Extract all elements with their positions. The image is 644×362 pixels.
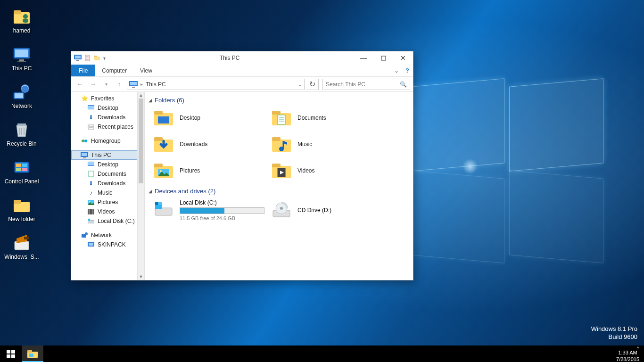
folder-downloads[interactable]: Downloads <box>151 134 269 155</box>
svg-rect-71 <box>277 168 278 177</box>
folder-videos-icon <box>271 161 292 180</box>
collapse-triangle-icon: ◢ <box>149 98 152 103</box>
nav-pc-desktop[interactable]: Desktop <box>71 160 144 169</box>
svg-rect-86 <box>29 354 33 357</box>
star-icon: ⭐ <box>81 95 88 102</box>
taskbar-explorer-button[interactable] <box>22 346 43 362</box>
nav-pc-pictures[interactable]: Pictures <box>71 197 144 207</box>
nav-network[interactable]: Network <box>71 230 144 240</box>
nav-fav-desktop[interactable]: Desktop <box>71 103 144 113</box>
svg-rect-26 <box>94 56 97 57</box>
tray-show-hidden-icon[interactable]: ▴ <box>616 345 639 350</box>
view-tab[interactable]: View <box>133 65 159 76</box>
svg-rect-3 <box>23 19 28 23</box>
chevron-right-icon: ▸ <box>140 82 143 87</box>
scroll-up-icon[interactable]: ▲ <box>138 92 144 99</box>
drive-free-text: 11.5 GB free of 24.6 GB <box>180 215 264 221</box>
up-button[interactable]: ↑ <box>114 79 125 90</box>
download-arrow-icon: ⬇ <box>87 114 95 121</box>
address-bar-row: ← → ▾ ↑ ▸ This PC ⌄ ↻ 🔍 <box>71 77 413 92</box>
folder-videos[interactable]: Videos <box>269 160 387 181</box>
address-dropdown-icon[interactable]: ⌄ <box>297 81 302 88</box>
qat-new-folder-icon[interactable] <box>94 55 100 61</box>
nav-favorites[interactable]: ⭐ Favorites <box>71 94 144 103</box>
desktop-icon-windows-s[interactable]: Windows_S... <box>4 231 40 269</box>
scroll-thumb[interactable] <box>139 99 143 183</box>
desktop-icon-label: hamed <box>13 27 31 34</box>
breadcrumb-location[interactable]: This PC <box>146 81 166 88</box>
recent-icon <box>87 123 95 131</box>
svg-rect-27 <box>381 56 386 60</box>
desktop-icon-user[interactable]: hamed <box>4 5 40 42</box>
nav-pc-localdisk[interactable]: Local Disk (C:) <box>71 216 144 226</box>
network-icon <box>12 82 32 102</box>
forward-button[interactable]: → <box>87 79 99 90</box>
refresh-button[interactable]: ↻ <box>306 79 319 90</box>
folder-documents[interactable]: Documents <box>269 107 387 128</box>
ribbon-expand-icon[interactable]: ⌄ <box>391 65 402 76</box>
nav-pc-videos[interactable]: Videos <box>71 207 144 216</box>
section-drives-header[interactable]: ◢ Devices and drives (2) <box>149 188 409 195</box>
minimize-button[interactable]: — <box>354 52 373 64</box>
picture-mini-icon <box>87 198 95 206</box>
svg-rect-69 <box>272 164 281 167</box>
svg-rect-11 <box>17 123 26 125</box>
folder-music[interactable]: Music <box>269 134 387 155</box>
nav-scrollbar[interactable]: ▲ ▼ <box>137 92 144 280</box>
desktop-icon-network[interactable]: Network <box>4 80 40 118</box>
recent-locations-button[interactable]: ▾ <box>100 79 112 90</box>
nav-homegroup[interactable]: Homegroup <box>71 136 144 146</box>
nav-fav-downloads[interactable]: ⬇Downloads <box>71 113 144 122</box>
svg-rect-46 <box>92 209 93 214</box>
svg-point-34 <box>82 140 84 142</box>
search-box[interactable]: 🔍 <box>322 79 410 90</box>
navigation-pane: ⭐ Favorites Desktop ⬇Downloads Recent pl… <box>71 92 145 280</box>
drive-local-c[interactable]: Local Disk (C:) 11.5 GB free of 24.6 GB <box>151 198 269 222</box>
desktop-icon-recycle-bin[interactable]: Recycle Bin <box>4 118 40 156</box>
computer-mini-icon <box>87 241 95 248</box>
file-tab[interactable]: File <box>71 65 95 76</box>
nav-fav-recent[interactable]: Recent places <box>71 122 144 132</box>
system-clock[interactable]: ▴ 1:33 AM 7/28/2015 <box>611 344 644 362</box>
svg-rect-75 <box>155 202 158 205</box>
svg-point-35 <box>84 140 87 142</box>
desktop-icon-control-panel[interactable]: Control Panel <box>4 156 40 193</box>
system-menu-icon[interactable] <box>74 55 82 61</box>
svg-rect-6 <box>19 59 24 61</box>
start-button[interactable] <box>0 346 22 362</box>
drive-cd-d[interactable]: CD Drive (D:) <box>269 198 387 222</box>
back-button[interactable]: ← <box>74 79 85 90</box>
svg-rect-85 <box>27 350 32 353</box>
svg-rect-72 <box>285 168 286 177</box>
titlebar[interactable]: ▾ This PC — ✕ <box>71 51 413 65</box>
scroll-down-icon[interactable]: ▼ <box>138 273 144 280</box>
nav-pc-downloads[interactable]: ⬇Downloads <box>71 179 144 188</box>
search-input[interactable] <box>326 81 400 88</box>
svg-point-79 <box>280 207 283 210</box>
desktop-icon-new-folder[interactable]: New folder <box>4 193 40 231</box>
folder-pictures[interactable]: Pictures <box>151 160 269 181</box>
help-button[interactable]: ? <box>402 65 413 76</box>
nav-this-pc[interactable]: This PC <box>71 150 144 160</box>
close-button[interactable]: ✕ <box>393 52 413 64</box>
maximize-button[interactable] <box>373 52 393 64</box>
svg-rect-25 <box>94 57 100 60</box>
svg-point-2 <box>23 14 28 19</box>
folder-desktop[interactable]: Desktop <box>151 107 269 128</box>
qat-properties-icon[interactable] <box>84 55 91 61</box>
address-bar[interactable]: ▸ This PC ⌄ <box>127 79 305 90</box>
search-icon[interactable]: 🔍 <box>400 81 407 88</box>
ribbon-tabs: File Computer View ⌄ ? <box>71 65 413 77</box>
computer-tab[interactable]: Computer <box>95 65 133 76</box>
svg-rect-29 <box>130 82 137 85</box>
svg-rect-58 <box>278 115 285 124</box>
nav-pc-music[interactable]: ♪Music <box>71 188 144 197</box>
hard-drive-icon <box>153 199 174 218</box>
nav-net-skinpack[interactable]: SKINPACK <box>71 240 144 249</box>
section-folders-header[interactable]: ◢ Folders (6) <box>149 97 409 104</box>
nav-pc-documents[interactable]: Documents <box>71 169 144 179</box>
desktop-icon-this-pc[interactable]: This PC <box>4 42 40 80</box>
svg-rect-83 <box>11 354 15 358</box>
desktop-icon-label: Windows_S... <box>4 254 39 260</box>
svg-rect-13 <box>16 164 21 167</box>
